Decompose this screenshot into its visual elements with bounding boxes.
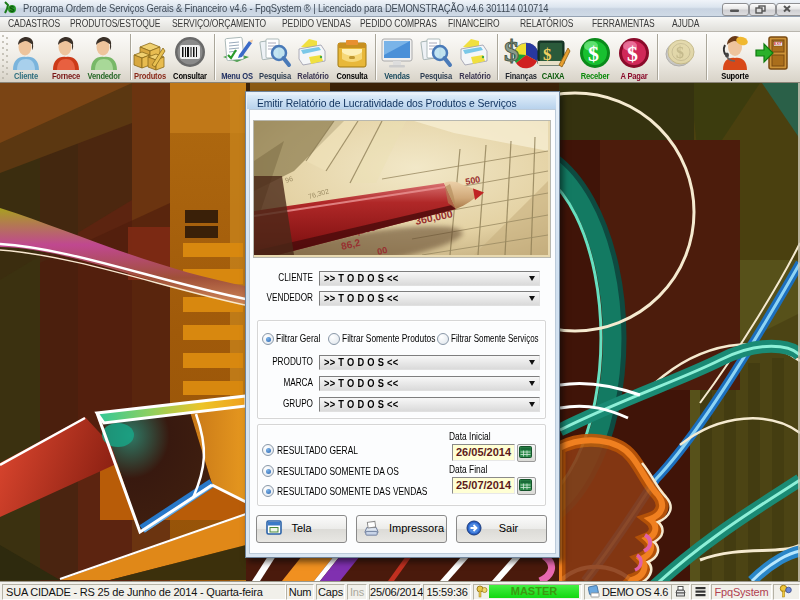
svg-text:$: $ xyxy=(627,41,638,66)
svg-text:$: $ xyxy=(676,44,684,61)
svg-text:$: $ xyxy=(504,35,519,67)
svg-text:$: $ xyxy=(10,4,15,14)
svg-text:$: $ xyxy=(588,41,599,66)
svg-text:$: $ xyxy=(543,45,552,64)
svg-text:EXIT: EXIT xyxy=(774,42,783,46)
